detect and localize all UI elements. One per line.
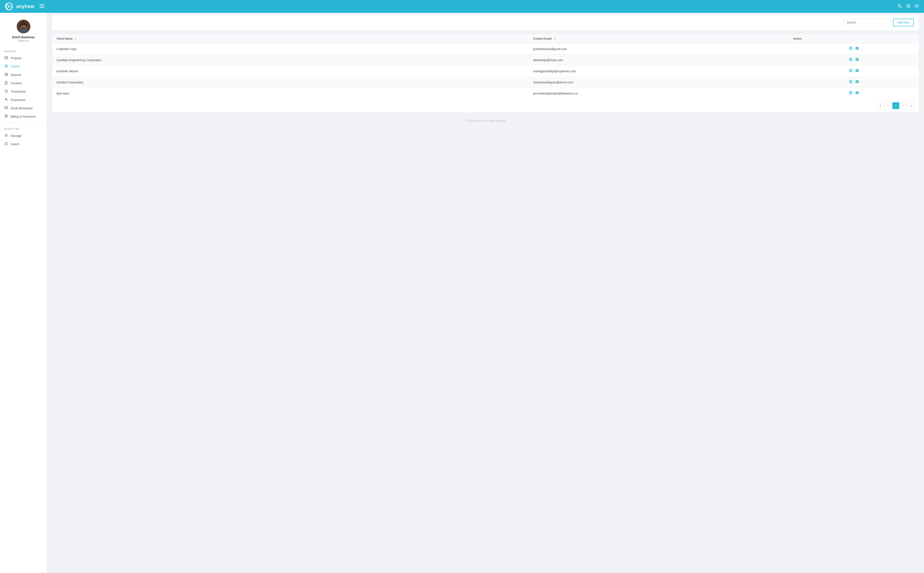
cell-client-name: Corellian Engineering Corporation [52, 55, 529, 66]
manage-client-button[interactable] [855, 58, 859, 63]
reports-icon [4, 73, 8, 77]
sidebar-item-timesheets[interactable]: Timesheets [0, 87, 47, 96]
svg-point-35 [849, 47, 852, 50]
view-client-button[interactable] [849, 80, 853, 85]
svg-point-15 [22, 25, 23, 26]
pagination-btn-3[interactable]: › [900, 102, 907, 109]
manage-client-button[interactable] [855, 69, 859, 74]
sidebar: Erlich Bachman Aviato Inc MANAGE Project… [0, 13, 47, 573]
svg-rect-1 [39, 4, 44, 5]
sort-email-icon[interactable]: ⇅ [554, 38, 556, 40]
table-row: dom-bam jeromekmaldonado@teleworm.us [52, 88, 919, 99]
manage-client-button[interactable] [855, 46, 859, 51]
sidebar-item-switch[interactable]: Switch › [0, 140, 47, 148]
timesheets-icon [4, 89, 8, 94]
svg-point-63 [849, 91, 852, 94]
add-new-button[interactable]: Add New [893, 19, 914, 26]
svg-point-14 [22, 26, 25, 29]
svg-rect-39 [857, 47, 858, 47]
history-icon[interactable] [906, 4, 910, 9]
cell-action [789, 44, 919, 55]
pagination-btn-2[interactable]: 1 [892, 102, 899, 109]
view-client-button[interactable] [849, 91, 853, 96]
aviato-section-label: AVIATO INC [0, 124, 47, 132]
sidebar-label-switch: Switch [11, 142, 19, 146]
manage-client-button[interactable] [855, 91, 859, 96]
svg-rect-66 [855, 92, 858, 94]
svg-rect-38 [855, 47, 858, 50]
sidebar-item-manage-org[interactable]: Manage [0, 132, 47, 140]
sidebar-label-invoices: Invoices [11, 81, 22, 85]
footer: © 2020 AnyHow. All rights reserved. [52, 116, 919, 126]
svg-point-16 [24, 25, 25, 26]
sidebar-item-clients[interactable]: Clients [0, 62, 47, 70]
col-header-contact-email: Contact Email ⇅ [529, 34, 789, 44]
clients-table: Client Name ⇅ Contact Email ⇅ Action Cog… [52, 34, 919, 99]
svg-point-49 [849, 69, 852, 72]
logo-icon [5, 3, 13, 10]
search-input[interactable] [843, 19, 890, 26]
svg-rect-45 [855, 58, 858, 61]
svg-point-13 [25, 23, 27, 27]
app-name: anyhow [16, 4, 34, 9]
org-manage-icon [4, 134, 8, 138]
avatar [17, 20, 30, 33]
sidebar-item-employees[interactable]: Employees [0, 96, 47, 104]
main-content: Organization Clients Aviato Inc › Client… [47, 0, 924, 131]
sidebar-label-manage-org: Manage [11, 134, 22, 138]
email-icon [4, 106, 8, 110]
svg-rect-2 [39, 6, 44, 6]
user-profile: Erlich Bachman Aviato Inc [0, 18, 47, 47]
svg-point-12 [20, 23, 22, 27]
table-row: Keedsler Motors mariejgoodridge@superrit… [52, 66, 919, 77]
sort-client-icon[interactable]: ⇅ [75, 38, 76, 40]
cell-contact-email: jeromekmaldonado@teleworm.us [529, 88, 789, 99]
svg-point-33 [6, 135, 7, 136]
svg-line-5 [900, 6, 902, 8]
search-icon[interactable] [897, 4, 902, 9]
projects-icon [4, 56, 8, 60]
sidebar-item-email-broadcast[interactable]: Email Broadcast [0, 104, 47, 112]
cell-contact-email: mariejgoodridge@superrito.com [529, 66, 789, 77]
cell-contact-email: richardsrodriguez@einrot.com [529, 77, 789, 88]
table-body: Cogswell Cogs josephnkraus@gustr.com [52, 44, 919, 99]
view-client-button[interactable] [849, 69, 853, 74]
pagination-btn-1[interactable]: ‹ [885, 102, 891, 109]
table-row: Cogswell Cogs josephnkraus@gustr.com [52, 44, 919, 55]
svg-point-20 [6, 65, 6, 66]
pagination-btn-0[interactable]: « [877, 102, 884, 109]
manage-client-button[interactable] [855, 80, 859, 85]
sidebar-item-invoices[interactable]: Invoices [0, 79, 47, 87]
col-header-action: Action [789, 34, 919, 44]
cell-contact-email: davidrdaly@rhyta.com [529, 55, 789, 66]
employees-icon [4, 98, 8, 102]
table-row: Corellian Engineering Corporation davidr… [52, 55, 919, 66]
view-client-button[interactable] [849, 46, 853, 51]
sidebar-item-projects[interactable]: Projects [0, 54, 47, 62]
pagination-btn-4[interactable]: » [908, 102, 915, 109]
sidebar-label-timesheets: Timesheets [11, 90, 26, 93]
top-navigation: anyhow [0, 0, 924, 13]
table-row: Sombra Corporation richardsrodriguez@ein… [52, 77, 919, 88]
svg-point-7 [916, 5, 918, 6]
svg-rect-46 [857, 58, 858, 59]
billing-icon [4, 114, 8, 119]
sidebar-item-reports[interactable]: Reports [0, 70, 47, 79]
svg-point-30 [6, 98, 7, 99]
cell-contact-email: josephnkraus@gustr.com [529, 44, 789, 55]
profile-name: Erlich Bachman [3, 36, 44, 39]
settings-icon[interactable] [915, 4, 919, 9]
svg-rect-17 [5, 57, 8, 59]
svg-rect-60 [857, 80, 858, 81]
svg-point-36 [850, 48, 851, 49]
view-client-button[interactable] [849, 58, 853, 63]
sidebar-item-billing[interactable]: Billing & Payments [0, 112, 47, 121]
cell-client-name: Cogswell Cogs [52, 44, 529, 55]
hamburger-menu[interactable] [39, 4, 44, 9]
svg-point-57 [850, 81, 851, 82]
sidebar-label-clients: Clients [11, 65, 20, 68]
pagination: «‹1›» [52, 99, 919, 113]
svg-point-56 [849, 80, 852, 83]
clients-table-card: Client Name ⇅ Contact Email ⇅ Action Cog… [52, 34, 919, 113]
sidebar-label-projects: Projects [11, 56, 22, 60]
